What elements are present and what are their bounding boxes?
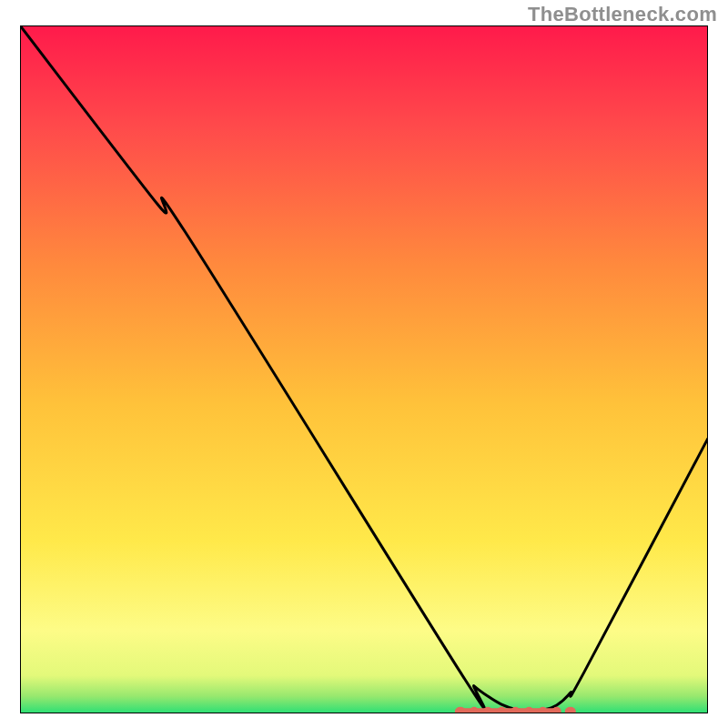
optimal-band bbox=[455, 707, 576, 713]
gradient-background bbox=[20, 25, 708, 713]
chart-container: TheBottleneck.com bbox=[0, 0, 728, 728]
bottleneck-chart bbox=[20, 25, 708, 713]
plot-area bbox=[20, 25, 708, 713]
source-watermark: TheBottleneck.com bbox=[528, 3, 717, 26]
